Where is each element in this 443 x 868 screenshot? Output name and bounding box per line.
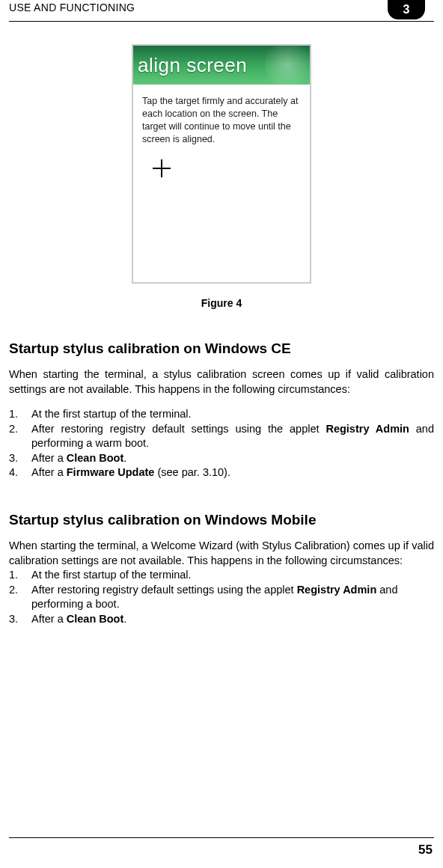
list-item: 4. After a Firmware Update (see par. 3.1…: [9, 465, 434, 480]
list-text: After a Firmware Update (see par. 3.10).: [31, 465, 434, 480]
list-item: 1. At the first startup of the terminal.: [9, 568, 434, 583]
list-num: 1.: [9, 568, 31, 583]
intro-mobile: When starting the terminal, a Welcome Wi…: [9, 539, 434, 568]
list-ce: 1. At the first startup of the terminal.…: [9, 407, 434, 480]
list-num: 3.: [9, 612, 31, 627]
list-text: At the first startup of the terminal.: [31, 407, 434, 422]
footer-rule: [9, 837, 434, 838]
list-item: 1. At the first startup of the terminal.: [9, 407, 434, 422]
device-screenshot: align screen Tap the target firmly and a…: [132, 44, 311, 284]
list-item: 2. After restoring registry default sett…: [9, 422, 434, 451]
crosshair-target-icon: [153, 159, 171, 177]
page-number: 55: [418, 843, 433, 858]
device-instruction: Tap the target firmly and accurately at …: [133, 85, 310, 146]
list-text: After restoring registry default setting…: [31, 422, 434, 451]
list-num: 4.: [9, 465, 31, 480]
list-item: 3. After a Clean Boot.: [9, 612, 434, 627]
list-text: At the first startup of the terminal.: [31, 568, 434, 583]
device-banner: align screen: [133, 46, 310, 85]
list-num: 2.: [9, 583, 31, 612]
list-text: After restoring registry default setting…: [31, 583, 434, 612]
chapter-badge: 3: [388, 0, 425, 19]
header-title: USE AND FUNCTIONING: [9, 1, 135, 13]
heading-mobile: Startup stylus calibration on Windows Mo…: [9, 512, 434, 528]
list-num: 3.: [9, 451, 31, 466]
heading-ce: Startup stylus calibration on Windows CE: [9, 340, 434, 357]
header-rule: [9, 21, 434, 22]
list-item: 3. After a Clean Boot.: [9, 451, 434, 466]
list-text: After a Clean Boot.: [31, 451, 434, 466]
list-num: 1.: [9, 407, 31, 422]
list-mobile: 1. At the first startup of the terminal.…: [9, 568, 434, 626]
list-item: 2. After restoring registry default sett…: [9, 583, 434, 612]
list-text: After a Clean Boot.: [31, 612, 434, 627]
banner-text: align screen: [138, 54, 247, 77]
figure-4: align screen Tap the target firmly and a…: [9, 44, 434, 309]
figure-caption: Figure 4: [201, 297, 242, 309]
list-num: 2.: [9, 422, 31, 451]
intro-ce: When starting the terminal, a stylus cal…: [9, 367, 434, 397]
page-header: USE AND FUNCTIONING 3: [9, 0, 434, 19]
